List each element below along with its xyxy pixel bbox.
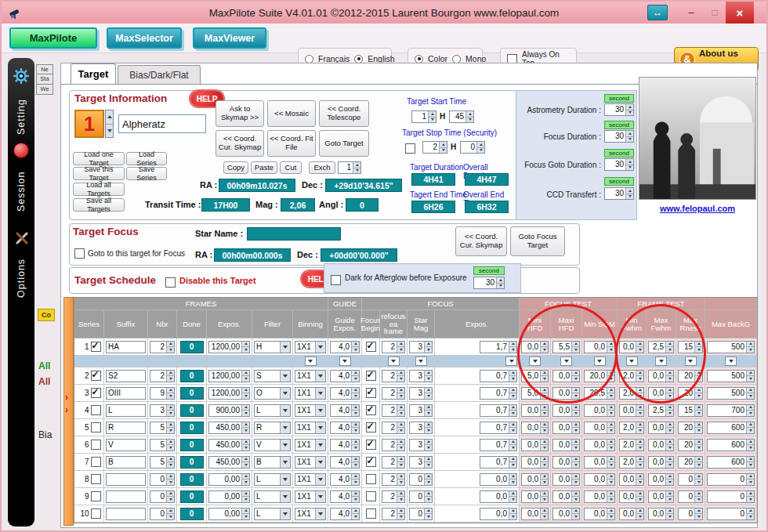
suffix-input[interactable] [106, 473, 146, 486]
max_fwhm-spinner[interactable]: 0,0 [648, 473, 674, 486]
starmag-spinner[interactable]: 3 [409, 439, 433, 451]
nbr-spinner[interactable]: 2 [150, 341, 175, 353]
mini_hfd-spinner[interactable]: 0,0 [521, 490, 549, 503]
expos-spinner[interactable]: 900,00 [208, 404, 250, 417]
suffix-input[interactable]: HA [106, 341, 146, 353]
nbr-spinner[interactable]: 2 [150, 370, 175, 382]
mini_hfd-spinner[interactable]: 0,0 [521, 404, 549, 417]
maxpilote-button[interactable]: MaxPilote [9, 27, 97, 49]
starmag-spinner[interactable]: 0 [409, 490, 433, 503]
series-checkbox[interactable] [91, 371, 101, 381]
target-name-input[interactable]: Alpheratz [118, 114, 206, 133]
refocus-spinner[interactable]: 2 [382, 341, 405, 353]
series-checkbox[interactable] [91, 422, 101, 432]
save-all-targets-button[interactable]: Save all Targets [73, 198, 125, 212]
refocus-spinner[interactable]: 2 [382, 456, 405, 469]
maxi_hfd-spinner[interactable]: 0,0 [552, 490, 580, 503]
target-index-spinner[interactable] [105, 110, 114, 138]
suffix-input[interactable] [106, 490, 146, 503]
mini_hfd-spinner[interactable]: 0,0 [521, 422, 549, 434]
fexpos-spinner[interactable]: 0,7 [480, 387, 517, 400]
ask-to-skymap-button[interactable]: Ask to Skymap >> [216, 100, 264, 127]
max_fwhm-spinner[interactable]: 0,0 [648, 456, 674, 469]
nbr-spinner[interactable]: 0 [150, 490, 175, 503]
min_sqm-spinner[interactable]: 0,0 [584, 439, 615, 451]
binning-select[interactable]: 1X1 [295, 422, 326, 434]
record-session-icon[interactable] [13, 143, 29, 158]
paste-button[interactable]: Paste [251, 161, 277, 174]
sidebar-tab-setting[interactable]: Setting [16, 89, 27, 135]
max_fwhm-spinner[interactable]: 2,5 [648, 341, 674, 353]
nbr-spinner[interactable]: 0 [150, 473, 175, 486]
stop-time-checkbox[interactable] [405, 143, 415, 154]
starmag-spinner[interactable]: 0 [409, 508, 433, 520]
filter-select[interactable]: S [254, 370, 291, 382]
max_rness-spinner[interactable]: 20 [678, 370, 703, 382]
series-checkbox[interactable] [91, 508, 101, 519]
min_fwhm-spinner[interactable]: 2,0 [619, 422, 644, 434]
max_fwhm-spinner[interactable]: 0,0 [648, 387, 674, 400]
start-minute-spinner[interactable]: 45 [449, 110, 474, 123]
color-radio[interactable] [415, 55, 423, 63]
expos-spinner[interactable]: 1200,00 [208, 341, 250, 353]
min_sqm-spinner[interactable]: 0,0 [584, 508, 615, 520]
bulk-set-dropdown[interactable] [685, 356, 697, 366]
filter-select[interactable]: L [254, 490, 291, 503]
focus-begin-checkbox[interactable] [366, 508, 376, 519]
bulk-set-dropdown[interactable] [505, 356, 517, 366]
save-series-button[interactable]: Save Series [126, 167, 167, 180]
expos-spinner[interactable]: 1200,00 [208, 387, 250, 400]
disable-target-checkbox[interactable] [165, 277, 176, 288]
astrometry-duration-spinner[interactable]: 30 [604, 103, 634, 116]
min_sqm-spinner[interactable]: 0,0 [584, 456, 615, 469]
exch-button[interactable]: Exch [309, 161, 335, 174]
nbr-spinner[interactable]: 3 [150, 404, 175, 417]
maxi_hfd-spinner[interactable]: 0,0 [552, 404, 580, 417]
min_sqm-spinner[interactable]: 20,0 [584, 370, 615, 382]
load-one-target-button[interactable]: Load one Target [73, 152, 125, 165]
bulk-set-dropdown[interactable] [594, 356, 606, 366]
max_fwhm-spinner[interactable]: 0,0 [648, 508, 674, 520]
filter-select[interactable]: L [254, 404, 291, 417]
nbr-spinner[interactable]: 5 [150, 456, 175, 469]
filter-select[interactable]: L [254, 473, 291, 486]
suffix-input[interactable]: L [106, 404, 146, 417]
min_sqm-spinner[interactable]: 0,0 [584, 404, 615, 417]
guide-spinner[interactable]: 4,0 [330, 439, 360, 451]
expos-spinner[interactable]: 0,00 [208, 490, 250, 503]
max_rness-spinner[interactable]: 20 [678, 422, 703, 434]
fexpos-spinner[interactable]: 0,7 [480, 422, 517, 434]
max_rness-spinner[interactable]: 20 [678, 387, 703, 400]
maxi_hfd-spinner[interactable]: 0,0 [552, 508, 580, 520]
expos-spinner[interactable]: 0,00 [208, 473, 250, 486]
expos-spinner[interactable]: 0,00 [208, 508, 250, 520]
maxi_hfd-spinner[interactable]: 0,0 [552, 422, 580, 434]
nbr-spinner[interactable]: 5 [150, 439, 175, 451]
filter-select[interactable]: R [254, 422, 291, 434]
coord-telescope-button[interactable]: << Coord. Telescope [319, 100, 369, 127]
start-hour-spinner[interactable]: 1 [411, 110, 437, 123]
series-checkbox[interactable] [91, 388, 101, 398]
bulk-set-dropdown[interactable] [305, 356, 317, 366]
afterglow-seconds-spinner[interactable]: 30 [473, 277, 505, 289]
fexpos-spinner[interactable]: 0,7 [480, 456, 517, 469]
minimize-button[interactable]: – [680, 5, 702, 20]
mini_hfd-spinner[interactable]: 0,0 [521, 473, 549, 486]
star-name-input[interactable] [247, 227, 341, 241]
tools-icon[interactable] [13, 229, 31, 251]
fexpos-spinner[interactable]: 0,0 [480, 490, 517, 503]
guide-spinner[interactable]: 4,0 [330, 341, 360, 353]
mini_hfd-spinner[interactable]: 0,0 [521, 341, 549, 353]
maxviewer-button[interactable]: MaxViewer [193, 27, 266, 49]
max_fwhm-spinner[interactable]: 2,5 [648, 404, 674, 417]
max_backg-spinner[interactable]: 700 [707, 404, 755, 417]
focus-begin-checkbox[interactable] [366, 440, 376, 450]
max_backg-spinner[interactable]: 500 [707, 387, 755, 400]
min_sqm-spinner[interactable]: 0,0 [584, 341, 615, 353]
gear-icon[interactable] [13, 67, 30, 88]
guide-spinner[interactable]: 4,0 [330, 490, 360, 503]
max_fwhm-spinner[interactable]: 0,0 [648, 422, 674, 434]
filter-select[interactable]: B [254, 456, 291, 469]
mini_hfd-spinner[interactable]: 5,0 [521, 370, 549, 382]
load-all-targets-button[interactable]: Load all Targets [73, 183, 125, 196]
